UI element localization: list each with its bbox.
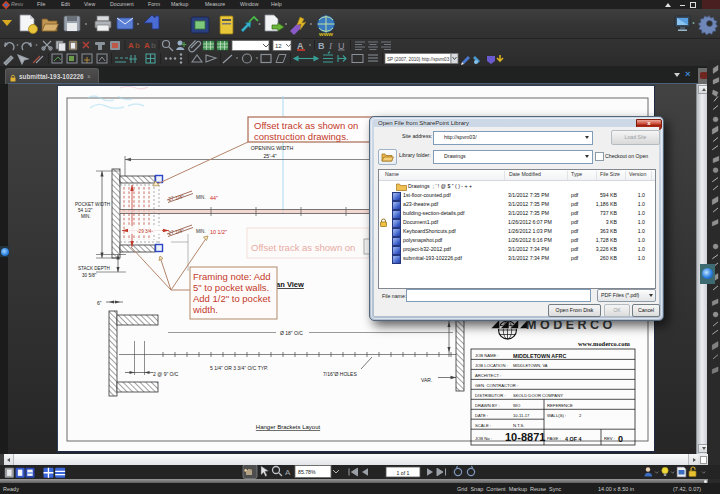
svg-text:JOB No :: JOB No : (475, 436, 492, 441)
svg-text:VAR.: VAR. (421, 377, 432, 383)
svg-text:MIDDLETOWN, VA: MIDDLETOWN, VA (513, 363, 548, 368)
svg-text:OPENING WIDTH: OPENING WIDTH (251, 145, 294, 151)
svg-text:Hanger Brackets Layout: Hanger Brackets Layout (256, 424, 321, 430)
svg-text:A: A (285, 468, 291, 477)
svg-text:MIDDLETOWN AFRC: MIDDLETOWN AFRC (513, 353, 566, 359)
svg-text:SKOLD DOOR COMPANY: SKOLD DOOR COMPANY (513, 393, 563, 398)
svg-text:JOB NAME :: JOB NAME : (475, 353, 499, 358)
svg-text:54 1/2": 54 1/2" (78, 208, 93, 213)
svg-text:6": 6" (97, 300, 102, 306)
svg-text:Add 1/2" to pocket: Add 1/2" to pocket (193, 293, 271, 304)
svg-text:DATE :: DATE : (475, 413, 488, 418)
svg-text:5" to pocket walls.: 5" to pocket walls. (193, 282, 269, 293)
svg-text:5 1/4" OR 3 3/4" O/C TYP.: 5 1/4" OR 3 3/4" O/C TYP. (210, 365, 268, 371)
svg-text:JOB LOCATION :: JOB LOCATION : (475, 363, 508, 368)
svg-text:-29 3/4-: -29 3/4- (137, 229, 153, 234)
svg-text:10-11-17: 10-11-17 (513, 413, 530, 418)
svg-text:construction drawings.: construction drawings. (254, 131, 349, 142)
svg-text:85.78%: 85.78% (298, 469, 316, 475)
svg-text:10 1/2": 10 1/2" (210, 229, 227, 235)
svg-text:U: U (338, 41, 345, 51)
svg-text:25'-4": 25'-4" (263, 153, 276, 159)
svg-text:GEN. CONTRACTOR :: GEN. CONTRACTOR : (475, 383, 518, 388)
svg-text:MIN.: MIN. (81, 214, 91, 219)
svg-text:STACK DEPTH: STACK DEPTH (78, 266, 110, 271)
svg-text:Offset track as shown on: Offset track as shown on (254, 120, 358, 131)
svg-text:30 5/8": 30 5/8" (82, 273, 97, 278)
svg-text:REFERENCE: REFERENCE (547, 403, 573, 408)
svg-text:ARCHITECT :: ARCHITECT : (475, 373, 501, 378)
svg-text:b: b (151, 41, 156, 50)
svg-text:www.moderco.com: www.moderco.com (578, 340, 630, 347)
svg-text:WO: WO (513, 403, 521, 408)
svg-text:www: www (318, 31, 333, 37)
svg-text:A: A (144, 41, 150, 50)
svg-text:b: b (135, 41, 140, 50)
svg-text:Ø 18" O/C: Ø 18" O/C (280, 330, 303, 336)
svg-text:A: A (128, 41, 134, 50)
svg-text:SCALE :: SCALE : (475, 423, 491, 428)
svg-text:N.T.S.: N.T.S. (513, 423, 524, 428)
svg-text:10-8871: 10-8871 (505, 431, 545, 443)
svg-text:12: 12 (275, 43, 282, 49)
svg-text:0: 0 (618, 434, 623, 444)
svg-text:width.: width. (192, 304, 218, 315)
svg-text:MIN.: MIN. (196, 195, 206, 200)
svg-text:7/16"Ø HOLES: 7/16"Ø HOLES (323, 371, 357, 377)
svg-text:1 of 1: 1 of 1 (397, 470, 410, 476)
svg-text:Offset track as shown on: Offset track as shown on (251, 242, 355, 253)
svg-text:2 @ 9" O/C: 2 @ 9" O/C (153, 371, 179, 377)
svg-text:DRAWN BY :: DRAWN BY : (475, 403, 500, 408)
svg-text:Framing note: Add: Framing note: Add (193, 271, 271, 282)
svg-text:4 OF 4: 4 OF 4 (565, 436, 581, 442)
svg-text:2: 2 (579, 413, 582, 418)
svg-text:B: B (318, 41, 325, 51)
svg-text:SP (2007, 2010) http://spvm03: SP (2007, 2010) http://spvm03 (387, 57, 450, 62)
svg-text:DISTRIBUTOR :: DISTRIBUTOR : (475, 393, 506, 398)
svg-text:POCKET WIDTH: POCKET WIDTH (75, 202, 110, 207)
svg-text:PAGE :: PAGE : (547, 436, 561, 441)
svg-text:I: I (328, 41, 333, 51)
svg-text:WALL(S) :: WALL(S) : (547, 413, 566, 418)
svg-text:REV :: REV : (604, 436, 615, 441)
svg-text:MIN.: MIN. (196, 229, 206, 234)
svg-text:44": 44" (210, 195, 218, 201)
